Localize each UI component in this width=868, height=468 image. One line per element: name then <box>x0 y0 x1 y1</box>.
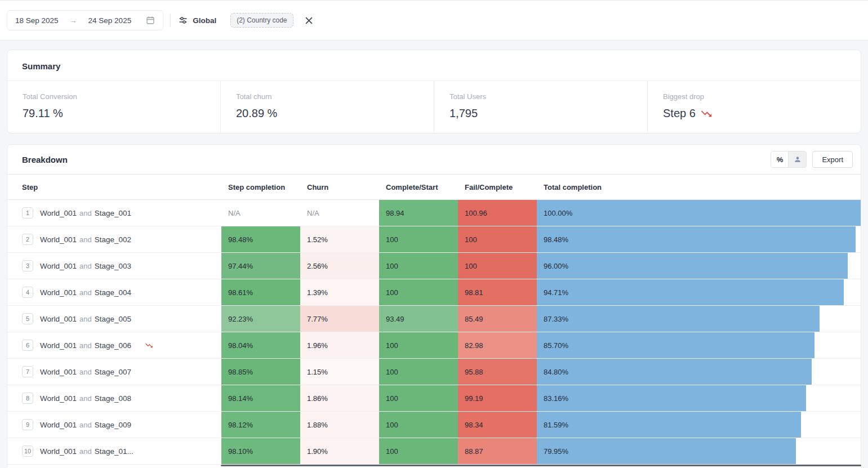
col-step[interactable]: Step <box>7 183 221 191</box>
total-completion-value: 81.59% <box>537 421 568 429</box>
stat-biggest-drop: Biggest drop Step 6 <box>647 81 861 133</box>
trend-down-icon <box>700 108 713 120</box>
percent-view-button[interactable]: % <box>771 151 789 167</box>
step-name: World_001andStage_004 <box>40 288 131 297</box>
step-number-badge: 1 <box>22 207 33 219</box>
complete-start-cell: 100 <box>379 385 458 411</box>
conjunction: and <box>79 394 92 403</box>
fail-complete-cell: 82.98 <box>458 332 537 358</box>
stage-name: Stage_01... <box>95 447 133 456</box>
total-completion-cell: 79.95% <box>537 438 861 464</box>
total-completion-value: 84.80% <box>537 368 568 376</box>
total-completion-cell: 85.70% <box>537 332 861 358</box>
conjunction: and <box>79 235 92 244</box>
step-name: World_001andStage_001 <box>40 209 131 217</box>
complete-start-cell: 100 <box>379 412 458 438</box>
step-completion-cell: 97.44% <box>221 253 300 279</box>
fail-complete-cell: 88.87 <box>458 438 537 464</box>
step-cell: 2 World_001andStage_002 <box>7 226 221 252</box>
total-completion-cell: 81.59% <box>537 412 861 438</box>
view-toggle: % <box>771 151 807 168</box>
step-number-badge: 10 <box>22 445 33 457</box>
col-total-completion[interactable]: Total completion <box>537 183 861 191</box>
horizontal-scrollbar[interactable] <box>221 465 861 466</box>
biggest-drop-step: Step 6 <box>663 107 696 120</box>
total-completion-bar <box>537 359 812 385</box>
date-to[interactable]: 24 Sep 2025 <box>88 16 132 25</box>
step-completion-cell: 92.23% <box>221 306 300 332</box>
total-completion-value: 85.70% <box>537 341 568 350</box>
table-row[interactable]: 9 World_001andStage_009 98.12% 1.88% 100… <box>7 412 861 438</box>
table-body: 1 World_001andStage_001 N/A N/A 98.94 10… <box>7 200 861 465</box>
complete-start-cell: 100 <box>379 332 458 358</box>
conjunction: and <box>79 447 92 456</box>
total-completion-cell: 83.16% <box>537 385 861 411</box>
export-button[interactable]: Export <box>812 151 853 168</box>
stat-total-users: Total Users 1,795 <box>434 81 647 133</box>
total-completion-bar <box>537 306 820 332</box>
step-number-badge: 3 <box>22 260 33 271</box>
stage-name: Stage_008 <box>95 394 131 403</box>
conjunction: and <box>79 315 92 323</box>
stage-name: Stage_009 <box>95 421 131 429</box>
step-name: World_001andStage_008 <box>40 394 131 403</box>
col-fail-complete[interactable]: Fail/Complete <box>458 183 537 191</box>
clear-filters-button[interactable] <box>302 14 315 27</box>
table-row[interactable]: 4 World_001andStage_004 98.61% 1.39% 100… <box>7 279 861 306</box>
table-row[interactable]: 8 World_001andStage_008 98.14% 1.86% 100… <box>7 385 861 412</box>
table-row[interactable]: 3 World_001andStage_003 97.44% 2.56% 100… <box>7 253 861 279</box>
col-step-completion[interactable]: Step completion <box>221 183 300 191</box>
topbar: 18 Sep 2025 → 24 Sep 2025 Global (2) Cou… <box>0 0 868 41</box>
step-name: World_001andStage_01... <box>40 447 133 456</box>
step-name: World_001andStage_003 <box>40 262 131 270</box>
fail-complete-cell: 98.34 <box>458 412 537 438</box>
col-churn[interactable]: Churn <box>300 183 379 191</box>
stage-name: Stage_002 <box>95 235 131 244</box>
churn-cell: 7.77% <box>300 306 379 332</box>
summary-stats: Total Conversion 79.11 % Total churn 20.… <box>7 81 861 133</box>
stage-name: Stage_004 <box>95 288 131 297</box>
table-row[interactable]: 10 World_001andStage_01... 98.10% 1.90% … <box>7 438 861 465</box>
churn-cell: 1.39% <box>300 279 379 305</box>
churn-cell: 1.86% <box>300 385 379 411</box>
breakdown-card: Breakdown % Export Step Step completion … <box>7 144 861 468</box>
stat-value: 79.11 % <box>23 107 220 120</box>
complete-start-cell: 100 <box>379 438 458 464</box>
calendar-icon[interactable] <box>146 16 155 25</box>
world-name: World_001 <box>40 262 77 270</box>
date-range-picker[interactable]: 18 Sep 2025 → 24 Sep 2025 <box>7 10 163 30</box>
world-name: World_001 <box>40 368 77 376</box>
table-row[interactable]: 7 World_001andStage_007 98.85% 1.15% 100… <box>7 359 861 385</box>
table-row[interactable]: 5 World_001andStage_005 92.23% 7.77% 93.… <box>7 306 861 332</box>
step-completion-cell: 98.10% <box>221 438 300 464</box>
total-completion-value: 87.33% <box>537 315 568 323</box>
users-view-button[interactable] <box>789 151 806 167</box>
date-arrow-icon: → <box>70 16 77 25</box>
complete-start-cell: 100 <box>379 253 458 279</box>
total-completion-cell: 98.48% <box>537 226 861 252</box>
total-completion-bar <box>537 332 814 358</box>
step-cell: 10 World_001andStage_01... <box>7 438 221 464</box>
churn-cell: N/A <box>300 200 379 226</box>
world-name: World_001 <box>40 288 77 297</box>
total-completion-bar <box>537 412 801 438</box>
fail-complete-cell: 98.81 <box>458 279 537 305</box>
world-name: World_001 <box>40 394 77 403</box>
conjunction: and <box>79 262 92 270</box>
table-row[interactable]: 1 World_001andStage_001 N/A N/A 98.94 10… <box>7 200 861 226</box>
step-number-badge: 5 <box>22 313 33 324</box>
conjunction: and <box>79 288 92 297</box>
table-row[interactable]: 6 World_001andStage_006 98.04% 1.96% 100… <box>7 332 861 359</box>
step-cell: 8 World_001andStage_008 <box>7 385 221 411</box>
percent-icon: % <box>777 155 784 164</box>
date-from[interactable]: 18 Sep 2025 <box>15 16 59 25</box>
global-filter-button[interactable]: Global <box>179 16 216 25</box>
conjunction: and <box>79 209 92 217</box>
country-code-chip[interactable]: (2) Country code <box>230 13 293 28</box>
table-row[interactable]: 2 World_001andStage_002 98.48% 1.52% 100… <box>7 226 861 253</box>
summary-card: Summary Total Conversion 79.11 % Total c… <box>7 50 861 133</box>
stat-value: 1,795 <box>449 107 647 120</box>
complete-start-cell: 98.94 <box>379 200 458 226</box>
stage-name: Stage_007 <box>95 368 131 376</box>
col-complete-start[interactable]: Complete/Start <box>379 183 458 191</box>
